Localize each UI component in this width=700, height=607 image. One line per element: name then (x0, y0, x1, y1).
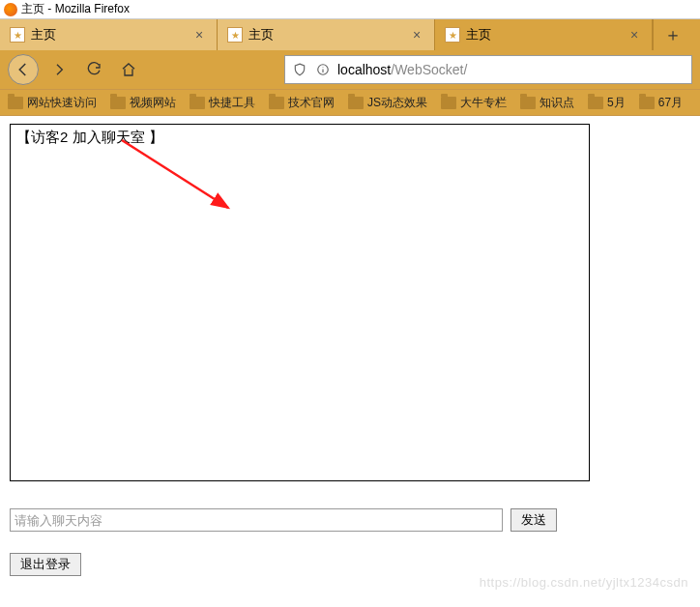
annotation-arrow (112, 132, 267, 229)
folder-icon (190, 97, 205, 109)
bookmark-label: JS动态效果 (367, 95, 427, 111)
close-icon[interactable]: × (627, 27, 642, 43)
logout-row: 退出登录 (10, 553, 690, 576)
bookmark-label: 67月 (658, 95, 683, 111)
folder-icon (639, 97, 655, 109)
nav-toolbar: localhost/WebSocket/ (0, 50, 700, 89)
tab-title: 主页 (31, 26, 186, 43)
bookmark-label: 技术官网 (288, 95, 335, 111)
url-path: /WebSocket/ (391, 62, 467, 77)
bookmark-label: 网站快速访问 (27, 95, 97, 111)
bookmark-label: 快捷工具 (209, 95, 255, 111)
firefox-icon (4, 3, 17, 16)
folder-icon (348, 97, 364, 109)
reload-button[interactable] (79, 55, 108, 84)
bookmark-label: 知识点 (540, 95, 574, 111)
page-content: 【访客2 加入聊天室 】 发送 退出登录 https://blog.csdn.n… (0, 116, 700, 595)
folder-icon (441, 97, 456, 109)
bookmark-item[interactable]: 5月 (588, 95, 626, 111)
folder-icon (588, 97, 603, 109)
bookmark-label: 视频网站 (130, 95, 176, 111)
window-title: 主页 - Mozilla Firefox (21, 1, 130, 17)
bookmark-item[interactable]: 网站快速访问 (8, 95, 97, 111)
tab-strip: ★ 主页 × ★ 主页 × ★ 主页 × ＋ (0, 19, 700, 50)
bookmark-item[interactable]: 技术官网 (269, 95, 335, 111)
bookmark-item[interactable]: 视频网站 (110, 95, 176, 111)
close-icon[interactable]: × (191, 27, 207, 43)
folder-icon (8, 97, 23, 109)
bookmark-item[interactable]: 快捷工具 (190, 95, 255, 111)
bookmark-item[interactable]: JS动态效果 (348, 95, 427, 111)
bookmark-item[interactable]: 大牛专栏 (441, 95, 507, 111)
url-host: localhost (337, 62, 391, 77)
favicon-icon: ★ (10, 27, 25, 43)
tab-title: 主页 (248, 26, 403, 43)
tab-0[interactable]: ★ 主页 × (0, 19, 218, 50)
url-bar[interactable]: localhost/WebSocket/ (284, 55, 692, 84)
bookmark-label: 5月 (607, 95, 626, 111)
bookmark-item[interactable]: 67月 (639, 95, 683, 111)
back-button[interactable] (8, 54, 39, 85)
tab-2[interactable]: ★ 主页 × (435, 19, 653, 50)
svg-line-3 (122, 140, 228, 208)
info-icon[interactable] (314, 61, 332, 78)
watermark: https://blog.csdn.net/yjltx1234csdn (480, 575, 688, 590)
home-button[interactable] (114, 55, 143, 84)
forward-button[interactable] (44, 55, 73, 84)
tab-title: 主页 (466, 26, 621, 43)
shield-icon[interactable] (291, 61, 308, 78)
send-button[interactable]: 发送 (510, 508, 557, 532)
url-text: localhost/WebSocket/ (337, 62, 685, 77)
folder-icon (269, 97, 284, 109)
favicon-icon: ★ (227, 27, 243, 43)
folder-icon (110, 97, 126, 109)
tab-1[interactable]: ★ 主页 × (218, 19, 435, 50)
bookmarks-bar: 网站快速访问 视频网站 快捷工具 技术官网 JS动态效果 大牛专栏 知识点 5月… (0, 89, 700, 116)
chat-message: 【访客2 加入聊天室 】 (16, 129, 583, 147)
folder-icon (520, 97, 536, 109)
chat-messages-box: 【访客2 加入聊天室 】 (10, 124, 590, 481)
chat-input-row: 发送 (10, 508, 690, 532)
window-titlebar: 主页 - Mozilla Firefox (0, 0, 700, 19)
chat-input[interactable] (10, 508, 503, 532)
logout-button[interactable]: 退出登录 (10, 553, 81, 576)
new-tab-button[interactable]: ＋ (653, 19, 691, 50)
favicon-icon: ★ (445, 27, 460, 43)
close-icon[interactable]: × (409, 27, 424, 43)
bookmark-label: 大牛专栏 (460, 95, 507, 111)
bookmark-item[interactable]: 知识点 (520, 95, 574, 111)
